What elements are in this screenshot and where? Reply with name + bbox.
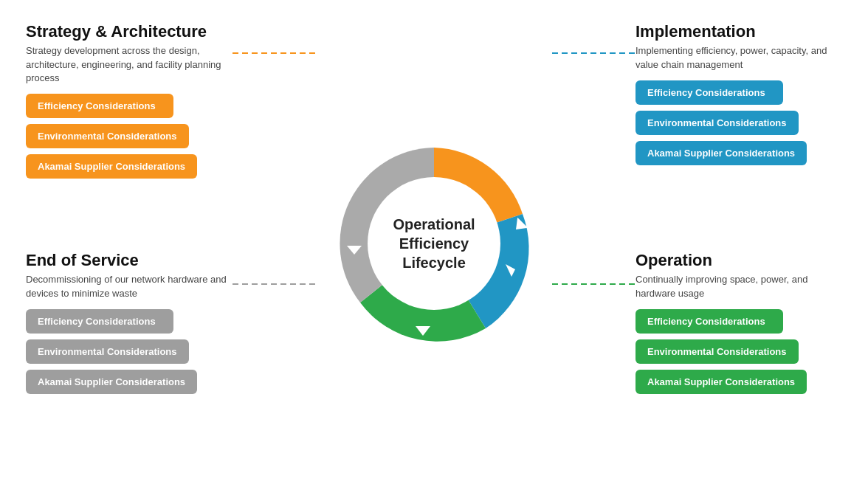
implementation-badge-3[interactable]: Akamai Supplier Considerations — [636, 141, 807, 165]
implementation-badge-list: Efficiency Considerations Environmental … — [636, 80, 842, 165]
operation-panel: Operation Continually improving space, p… — [624, 244, 853, 472]
strategy-badge-2[interactable]: Environmental Considerations — [26, 124, 189, 148]
implementation-badge-1[interactable]: Efficiency Considerations — [636, 80, 783, 105]
implementation-panel: Implementation Implementing efficiency, … — [624, 15, 853, 244]
eos-badge-list: Efficiency Considerations Environmental … — [26, 309, 232, 394]
operation-badge-2[interactable]: Environmental Considerations — [636, 339, 799, 364]
operation-badge-list: Efficiency Considerations Environmental … — [636, 309, 842, 394]
strategy-badge-list: Efficiency Considerations Environmental … — [26, 94, 232, 179]
eos-badge-2[interactable]: Environmental Considerations — [26, 339, 189, 364]
operation-desc: Continually improving space, power, and … — [636, 273, 842, 300]
strategy-desc: Strategy development across the design, … — [26, 44, 232, 85]
end-of-service-panel: End of Service Decommissioning of our ne… — [15, 244, 244, 472]
operation-title: Operation — [636, 251, 842, 270]
strategy-title: Strategy & Architecture — [26, 22, 232, 41]
eos-desc: Decommissioning of our network hardware … — [26, 273, 232, 300]
implementation-desc: Implementing efficiency, power, capacity… — [636, 44, 842, 71]
eos-badge-1[interactable]: Efficiency Considerations — [26, 309, 173, 334]
implementation-badge-2[interactable]: Environmental Considerations — [636, 111, 799, 135]
strategy-architecture-panel: Strategy & Architecture Strategy develop… — [15, 15, 244, 244]
eos-title: End of Service — [26, 251, 232, 270]
donut-label: OperationalEfficiencyLifecycle — [386, 215, 482, 272]
strategy-badge-3[interactable]: Akamai Supplier Considerations — [26, 154, 197, 179]
operation-badge-1[interactable]: Efficiency Considerations — [636, 309, 783, 334]
eos-badge-3[interactable]: Akamai Supplier Considerations — [26, 370, 197, 394]
implementation-title: Implementation — [636, 22, 842, 41]
center-diagram: OperationalEfficiencyLifecycle — [244, 15, 624, 472]
donut-chart: OperationalEfficiencyLifecycle — [316, 125, 552, 362]
strategy-badge-1[interactable]: Efficiency Considerations — [26, 94, 173, 118]
operation-badge-3[interactable]: Akamai Supplier Considerations — [636, 370, 807, 394]
